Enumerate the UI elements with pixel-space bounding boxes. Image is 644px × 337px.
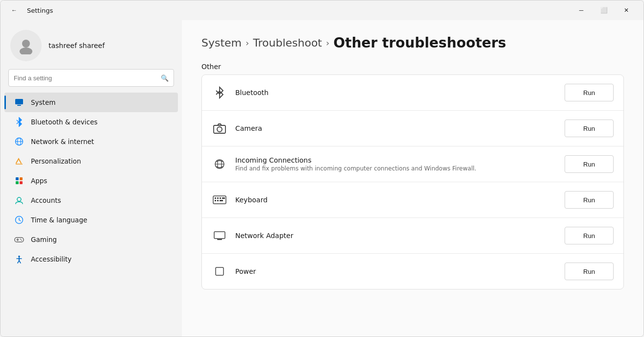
svg-rect-13 (20, 181, 23, 184)
svg-rect-11 (20, 177, 23, 180)
list-item: Incoming Connections Find and fix proble… (202, 146, 623, 182)
search-input[interactable] (14, 74, 157, 82)
svg-rect-44 (222, 197, 225, 199)
camera-troubleshoot-icon (212, 120, 227, 136)
item-info: Incoming Connections Find and fix proble… (235, 156, 557, 172)
sidebar-item-gaming[interactable]: Gaming (4, 230, 178, 249)
item-name: Incoming Connections (235, 156, 557, 164)
list-item: Bluetooth Run (202, 75, 623, 111)
minimize-button[interactable]: ─ (570, 2, 593, 18)
back-button[interactable]: ← (6, 2, 22, 18)
sidebar-item-label: System (31, 98, 55, 106)
list-item: Camera Run (202, 111, 623, 146)
nav-list: System Bluetooth & devices (0, 93, 182, 269)
sidebar-item-bluetooth[interactable]: Bluetooth & devices (4, 112, 178, 132)
search-icon: 🔍 (161, 74, 169, 82)
item-info: Keyboard (235, 196, 557, 204)
sidebar-item-label: Accessibility (31, 255, 72, 263)
svg-point-14 (17, 197, 21, 201)
keyboard-troubleshoot-icon (212, 192, 227, 208)
svg-point-1 (20, 48, 32, 54)
item-name: Power (235, 267, 557, 275)
sidebar-item-time[interactable]: Time & language (4, 210, 178, 230)
window-controls: ─ ⬜ ✕ (570, 2, 638, 18)
search-box[interactable]: 🔍 (8, 69, 174, 87)
svg-rect-38 (217, 197, 219, 199)
accessibility-icon (14, 254, 24, 264)
network-adapter-icon (212, 228, 227, 243)
sidebar-item-accounts[interactable]: Accounts (4, 191, 178, 210)
system-icon (14, 97, 24, 107)
sidebar-item-label: Accounts (31, 196, 61, 204)
item-name: Camera (235, 124, 557, 132)
sidebar-item-system[interactable]: System (4, 93, 178, 112)
svg-rect-43 (220, 200, 223, 201)
breadcrumb: System › Troubleshoot › Other troublesho… (201, 35, 624, 51)
item-name: Keyboard (235, 196, 557, 204)
main-layout: tashreef shareef 🔍 System (0, 20, 644, 337)
svg-line-17 (19, 220, 21, 221)
maximize-button[interactable]: ⬜ (593, 2, 615, 18)
section-title: Other (201, 63, 624, 71)
breadcrumb-current: Other troubleshooters (333, 35, 506, 51)
list-item: Network Adapter Run (202, 218, 623, 254)
search-container: 🔍 (0, 69, 182, 93)
time-icon (14, 215, 24, 225)
svg-rect-18 (15, 238, 24, 242)
breadcrumb-system[interactable]: System (201, 37, 242, 49)
svg-point-23 (18, 256, 20, 258)
sidebar-item-label: Personalization (31, 157, 81, 165)
item-info: Network Adapter (235, 232, 557, 240)
svg-point-0 (22, 40, 30, 48)
bluetooth-run-button[interactable]: Run (565, 84, 614, 101)
incoming-run-button[interactable]: Run (565, 155, 614, 173)
bluetooth-troubleshoot-icon (212, 85, 227, 100)
title-bar: ← Settings ─ ⬜ ✕ (0, 0, 644, 20)
svg-rect-45 (214, 232, 225, 239)
item-info: Camera (235, 124, 557, 132)
svg-rect-2 (15, 99, 23, 104)
svg-line-26 (18, 261, 19, 263)
svg-line-27 (19, 261, 21, 263)
keyboard-run-button[interactable]: Run (565, 191, 614, 209)
user-profile: tashreef shareef (0, 20, 182, 69)
svg-rect-3 (17, 105, 21, 106)
list-item: Keyboard Run (202, 182, 623, 218)
power-troubleshoot-icon (212, 264, 227, 279)
sidebar-item-personalization[interactable]: Personalization (4, 151, 178, 171)
breadcrumb-troubleshoot[interactable]: Troubleshoot (253, 37, 322, 49)
sidebar: tashreef shareef 🔍 System (0, 20, 182, 337)
sidebar-item-network[interactable]: Network & internet (4, 132, 178, 151)
close-button[interactable]: ✕ (615, 2, 638, 18)
svg-rect-41 (215, 200, 216, 201)
window-title: Settings (27, 7, 53, 14)
svg-rect-46 (217, 239, 222, 240)
sidebar-item-label: Time & language (31, 216, 87, 224)
list-item: Power Run (202, 254, 623, 289)
svg-rect-49 (216, 267, 223, 275)
svg-rect-37 (215, 197, 216, 199)
svg-point-22 (21, 240, 22, 241)
gaming-icon (14, 235, 24, 244)
camera-run-button[interactable]: Run (565, 120, 614, 137)
sidebar-item-label: Network & internet (31, 138, 94, 145)
user-name: tashreef shareef (49, 42, 105, 49)
sidebar-item-label: Gaming (31, 236, 57, 243)
breadcrumb-sep-2: › (326, 38, 329, 48)
svg-point-21 (20, 239, 21, 240)
power-run-button[interactable]: Run (565, 263, 614, 280)
apps-icon (14, 176, 24, 186)
incoming-troubleshoot-icon (212, 156, 227, 172)
troubleshooter-list: Bluetooth Run Camera (201, 74, 624, 289)
sidebar-item-label: Apps (31, 177, 47, 185)
item-info: Bluetooth (235, 89, 557, 96)
item-desc: Find and fix problems with incoming comp… (235, 165, 557, 172)
sidebar-item-apps[interactable]: Apps (4, 171, 178, 191)
title-bar-left: ← Settings (6, 2, 53, 18)
svg-rect-39 (220, 197, 221, 199)
content-area: System › Troubleshoot › Other troublesho… (182, 20, 644, 337)
settings-window: ← Settings ─ ⬜ ✕ tashreef shareef (0, 0, 644, 337)
sidebar-item-accessibility[interactable]: Accessibility (4, 249, 178, 269)
network-adapter-run-button[interactable]: Run (565, 227, 614, 244)
breadcrumb-sep-1: › (246, 38, 249, 48)
